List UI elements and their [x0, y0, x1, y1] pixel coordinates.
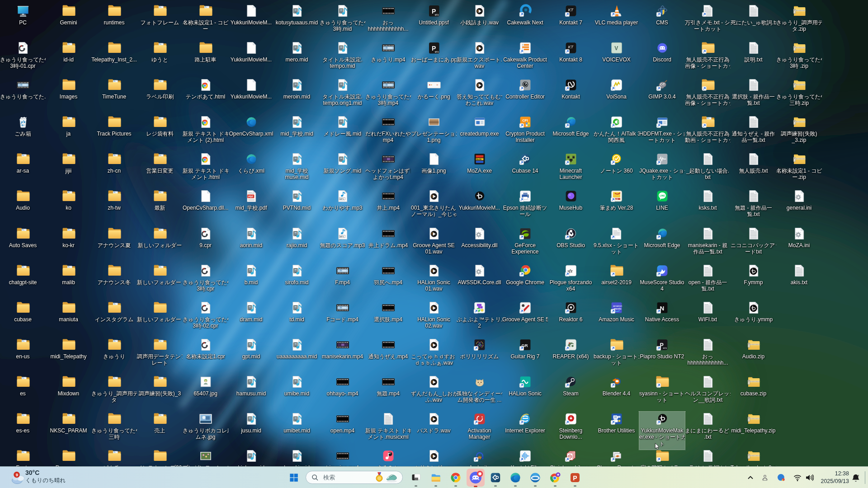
svg-text:z: z: [858, 474, 859, 477]
